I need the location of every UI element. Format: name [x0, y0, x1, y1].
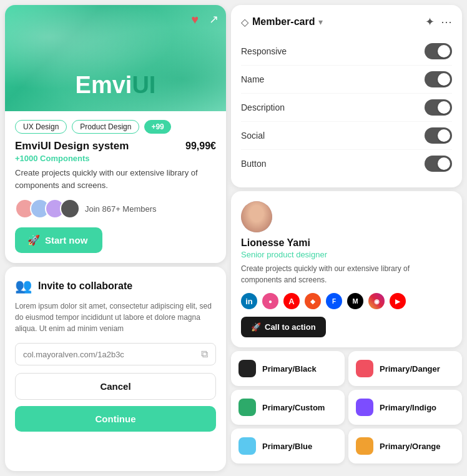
invite-header: 👥 Invite to collaborate — [15, 278, 216, 294]
swatch-label-orange: Primary/Orange — [380, 442, 441, 451]
member-description: Create projects quickly with our extensi… — [241, 263, 452, 285]
toggle-social: Social — [241, 122, 452, 150]
color-grid: Primary/Black Primary/Danger Primary/Cus… — [231, 351, 462, 464]
swatch-orange[interactable]: Primary/Orange — [348, 429, 462, 464]
adobe-icon[interactable]: A — [283, 293, 300, 309]
instagram-icon[interactable]: ◉ — [368, 293, 385, 309]
tag-ux-design: UX Design — [15, 120, 67, 134]
toggle-responsive-switch[interactable] — [425, 43, 452, 59]
member-avatar-face — [241, 201, 272, 232]
share-icon[interactable]: ↗ — [209, 12, 219, 26]
product-price: 99,99€ — [185, 141, 216, 152]
start-now-button[interactable]: 🚀 Start now — [15, 227, 102, 253]
toggle-name: Name — [241, 66, 452, 94]
avatars-row: Join 867+ Members — [15, 199, 216, 219]
card-hero: EmviUI ♥ ↗ — [5, 5, 226, 111]
continue-button[interactable]: Continue — [15, 406, 216, 432]
toggle-social-label: Social — [241, 131, 265, 141]
diamond-icon: ◇ — [241, 16, 248, 28]
toggle-responsive-label: Responsive — [241, 46, 287, 56]
product-components: +1000 Components — [15, 154, 216, 163]
invite-card: 👥 Invite to collaborate Lorem ipsum dolo… — [5, 267, 226, 471]
figma-icon[interactable]: ◆ — [305, 293, 321, 309]
tags-row: UX Design Product Design +99 — [15, 120, 216, 134]
invite-title: Invite to collaborate — [38, 280, 132, 292]
toggle-button-label: Button — [241, 159, 266, 169]
avatar-4 — [60, 199, 80, 219]
tag-product-design: Product Design — [72, 120, 139, 134]
member-profile-card: Lionesse Yami Senior product designer Cr… — [231, 191, 462, 347]
swatch-dot-black — [238, 360, 256, 377]
toggle-description-label: Description — [241, 102, 285, 112]
toggle-social-switch[interactable] — [425, 127, 452, 144]
swatch-label-custom: Primary/Custom — [262, 403, 325, 412]
swatch-dot-danger — [356, 360, 373, 377]
swatch-dot-orange — [356, 437, 373, 455]
rocket-small-icon: 🚀 — [251, 322, 261, 332]
swatch-dot-blue — [238, 437, 256, 455]
toggle-name-label: Name — [241, 74, 264, 84]
toggle-button-switch[interactable] — [425, 156, 452, 172]
swatch-indigo[interactable]: Primary/Indigo — [348, 390, 462, 425]
social-icons-row: in ● A ◆ F M ◉ ▶ — [241, 293, 452, 309]
card-body: UX Design Product Design +99 EmviUI Desi… — [5, 111, 226, 263]
product-description: Create projects quickly with our extensi… — [15, 167, 216, 191]
call-to-action-button[interactable]: 🚀 Call to action — [241, 317, 326, 337]
toggle-button: Button — [241, 150, 452, 177]
invite-url-input[interactable] — [23, 350, 201, 359]
swatch-danger[interactable]: Primary/Danger — [348, 351, 462, 386]
cancel-button[interactable]: Cancel — [15, 373, 216, 400]
right-column: ◇ Member-card ▾ ✦ ⋯ Responsive Name Desc… — [231, 0, 467, 476]
grid-icon[interactable]: ✦ — [425, 15, 435, 29]
start-btn-label: Start now — [45, 235, 87, 245]
toggle-list: Responsive Name Description Social Butto… — [241, 37, 452, 177]
swatch-label-danger: Primary/Danger — [380, 364, 440, 374]
swatch-custom[interactable]: Primary/Custom — [231, 390, 345, 425]
swatch-black[interactable]: Primary/Black — [231, 351, 345, 386]
toggle-responsive: Responsive — [241, 37, 452, 66]
more-options-icon[interactable]: ⋯ — [441, 15, 452, 29]
settings-title: Member-card — [252, 16, 315, 27]
youtube-icon[interactable]: ▶ — [390, 293, 406, 309]
product-title-row: EmviUI Design system 99,99€ — [15, 140, 216, 152]
heart-icon[interactable]: ♥ — [191, 12, 199, 27]
invite-description: Lorem ipsum dolor sit amet, consectetur … — [15, 300, 216, 334]
left-column: EmviUI ♥ ↗ UX Design Product Design +99 … — [0, 0, 231, 476]
swatch-dot-custom — [238, 399, 256, 416]
product-title: EmviUI Design system — [15, 140, 129, 152]
copy-icon[interactable]: ⧉ — [201, 349, 208, 360]
tag-count: +99 — [144, 120, 170, 134]
rocket-icon: 🚀 — [27, 234, 40, 246]
swatch-label-black: Primary/Black — [262, 364, 317, 374]
settings-title-group: ◇ Member-card ▾ — [241, 16, 323, 28]
swatch-dot-indigo — [356, 399, 373, 416]
members-text: Join 867+ Members — [85, 204, 157, 214]
member-name: Lionesse Yami — [241, 237, 452, 249]
hero-title: EmviUI — [76, 72, 156, 99]
swatch-label-blue: Primary/Blue — [262, 442, 312, 451]
toggle-name-switch[interactable] — [425, 71, 452, 87]
hero-title-accent: UI — [132, 72, 155, 98]
chevron-down-icon[interactable]: ▾ — [318, 17, 323, 27]
dribbble-icon[interactable]: ● — [262, 293, 278, 309]
avatar-stack — [15, 199, 80, 219]
member-avatar — [241, 201, 272, 232]
settings-header: ◇ Member-card ▾ ✦ ⋯ — [241, 15, 452, 29]
toggle-description-switch[interactable] — [425, 99, 452, 116]
linkedin-icon[interactable]: in — [241, 293, 257, 309]
call-action-label: Call to action — [265, 322, 316, 332]
invite-input-row[interactable]: ⧉ — [15, 343, 216, 365]
swatch-label-indigo: Primary/Indigo — [380, 403, 436, 412]
toggle-description: Description — [241, 94, 452, 122]
product-card: EmviUI ♥ ↗ UX Design Product Design +99 … — [5, 5, 226, 263]
medium-icon[interactable]: M — [347, 293, 363, 309]
swatch-blue[interactable]: Primary/Blue — [231, 429, 345, 464]
collaborate-icon: 👥 — [15, 278, 32, 294]
settings-actions: ✦ ⋯ — [425, 15, 452, 29]
hero-title-bold: Emvi — [76, 72, 132, 98]
settings-panel: ◇ Member-card ▾ ✦ ⋯ Responsive Name Desc… — [231, 5, 462, 187]
framer-icon[interactable]: F — [326, 293, 342, 309]
member-role: Senior product designer — [241, 250, 452, 259]
